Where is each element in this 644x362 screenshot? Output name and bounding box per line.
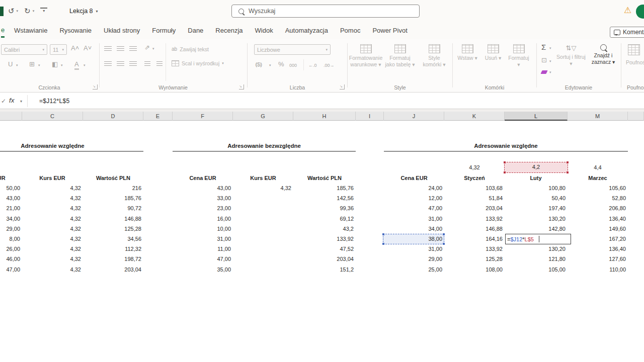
cell[interactable]: 146,88: [452, 224, 503, 234]
align-top-icon[interactable]: [104, 46, 112, 51]
cell[interactable]: 31,00: [181, 234, 231, 244]
cell[interactable]: 105,00: [515, 264, 566, 275]
align-left-icon[interactable]: [104, 61, 112, 66]
find-select-button[interactable]: Znajdź i zaznacz ▾: [588, 44, 619, 65]
sensitivity-icon[interactable]: [628, 44, 640, 55]
chevron-down-icon[interactable]: ▾: [549, 46, 551, 50]
column-header-D[interactable]: D: [83, 112, 143, 121]
chevron-down-icon[interactable]: ▾: [16, 63, 18, 67]
cell[interactable]: 90,72: [91, 203, 141, 213]
tab-formuły[interactable]: Formuły: [152, 27, 176, 34]
cell[interactable]: 133,92: [303, 234, 354, 244]
borders-button[interactable]: ⊞: [29, 60, 35, 68]
cell[interactable]: 105,60: [576, 183, 626, 193]
chevron-down-icon[interactable]: ▾: [549, 70, 551, 74]
cells-button-0[interactable]: Wstaw ▾: [456, 44, 478, 67]
cell[interactable]: 4,32: [31, 224, 81, 234]
column-header-I[interactable]: I: [356, 112, 384, 121]
rate-cell[interactable]: 4,32: [454, 162, 495, 172]
title-dropdown-icon[interactable]: ▾: [96, 9, 98, 14]
cell[interactable]: 136,40: [576, 244, 626, 254]
sensitivity-button[interactable]: Poufność: [626, 59, 644, 65]
cell[interactable]: 103,68: [452, 183, 503, 193]
merge-center-button[interactable]: Scal i wyśrodkuj ▾: [172, 60, 224, 66]
section-title-2[interactable]: Adresowanie względne: [384, 142, 628, 152]
cell[interactable]: 47,00: [181, 254, 231, 264]
cell[interactable]: 185,76: [91, 193, 141, 203]
cell[interactable]: 34,00: [0, 214, 20, 224]
cell[interactable]: 21,00: [0, 203, 20, 213]
cell[interactable]: 31,00: [392, 214, 442, 224]
tab-widok[interactable]: Widok: [255, 27, 273, 34]
shrink-font-button[interactable]: A˅: [84, 44, 92, 52]
cell[interactable]: 133,92: [452, 244, 503, 254]
column-header-partial[interactable]: [628, 112, 644, 121]
cell[interactable]: 110,00: [576, 264, 626, 275]
cell[interactable]: 146,88: [91, 214, 141, 224]
cell[interactable]: 4,32: [31, 193, 81, 203]
cell[interactable]: 164,16: [452, 234, 503, 244]
col-label[interactable]: Luty: [501, 173, 571, 183]
cell[interactable]: 142,56: [303, 193, 354, 203]
col-label[interactable]: Wartość PLN: [78, 173, 148, 183]
autosum-button[interactable]: Σ: [541, 43, 546, 51]
cell[interactable]: 142,80: [515, 224, 566, 234]
cell[interactable]: 43,00: [181, 183, 231, 193]
referenced-cell-L5[interactable]: 4,2: [504, 162, 568, 173]
tab-rysowanie[interactable]: Rysowanie: [59, 27, 92, 34]
cell[interactable]: 151,2: [303, 264, 354, 275]
excel-app-icon[interactable]: [0, 7, 4, 16]
section-title-0[interactable]: Adresowanie względne: [0, 142, 143, 152]
cell[interactable]: 8,00: [0, 234, 20, 244]
cell[interactable]: 43,2: [303, 224, 354, 234]
cell[interactable]: 31,00: [392, 244, 442, 254]
cell[interactable]: 43,00: [0, 193, 20, 203]
cell[interactable]: 25,00: [392, 264, 442, 275]
cell[interactable]: 4,32: [31, 183, 81, 193]
chevron-down-icon[interactable]: ▾: [84, 63, 86, 67]
warning-icon[interactable]: ⚠: [624, 5, 631, 16]
cell[interactable]: 4,32: [31, 234, 81, 244]
align-middle-icon[interactable]: [117, 46, 124, 51]
cell[interactable]: 10,00: [181, 224, 231, 234]
cell[interactable]: 108,00: [452, 264, 503, 275]
tab-home-partial[interactable]: e: [1, 26, 5, 38]
comments-button[interactable]: Komentarze: [610, 27, 644, 38]
col-label[interactable]: Styczeń: [439, 173, 510, 183]
cell[interactable]: 50,40: [515, 193, 566, 203]
cell[interactable]: 51,84: [452, 193, 503, 203]
cell[interactable]: 4,32: [31, 254, 81, 264]
font-name-select[interactable]: Calibri▾: [1, 44, 47, 55]
cell[interactable]: 47,00: [392, 203, 442, 213]
number-dialog-launcher-icon[interactable]: ↘: [340, 84, 345, 89]
cell[interactable]: 216: [91, 183, 141, 193]
column-header-F[interactable]: F: [173, 112, 233, 121]
selected-cell-J12[interactable]: 38,00: [383, 234, 444, 244]
cell[interactable]: 34,56: [91, 234, 141, 244]
align-center-icon[interactable]: [117, 61, 124, 66]
font-size-select[interactable]: 11▾: [50, 44, 67, 55]
enter-formula-icon[interactable]: ✓: [1, 98, 6, 105]
cell[interactable]: 50,00: [0, 183, 20, 193]
sort-filter-button[interactable]: ⇅▽ Sortuj i filtruj ▾: [555, 44, 587, 66]
cell[interactable]: 29,00: [392, 254, 442, 264]
cells-button-2[interactable]: Formatuj ▾: [508, 44, 530, 67]
cell[interactable]: 125,28: [91, 224, 141, 234]
col-label[interactable]: Kurs EUR: [17, 173, 88, 183]
fill-color-button[interactable]: ◧: [52, 60, 58, 68]
cell[interactable]: 203,04: [303, 254, 354, 264]
chevron-down-icon[interactable]: ▾: [61, 63, 63, 67]
section-title-1[interactable]: Adresowanie bezwzględne: [173, 142, 356, 152]
column-header-E[interactable]: E: [143, 112, 173, 121]
percent-style-button[interactable]: %: [278, 60, 284, 68]
cell[interactable]: 100,80: [515, 183, 566, 193]
cell[interactable]: 133,92: [452, 214, 503, 224]
insert-function-icon[interactable]: fx: [9, 97, 15, 104]
style-button-0[interactable]: Formatowanie warunkowe ▾: [350, 44, 381, 67]
column-header-M[interactable]: M: [568, 112, 628, 121]
cell[interactable]: 4,32: [31, 214, 81, 224]
cell[interactable]: 197,40: [515, 203, 566, 213]
clear-button[interactable]: [540, 70, 547, 74]
tab-pomoc[interactable]: Pomoc: [340, 27, 360, 34]
account-avatar[interactable]: [636, 5, 644, 19]
